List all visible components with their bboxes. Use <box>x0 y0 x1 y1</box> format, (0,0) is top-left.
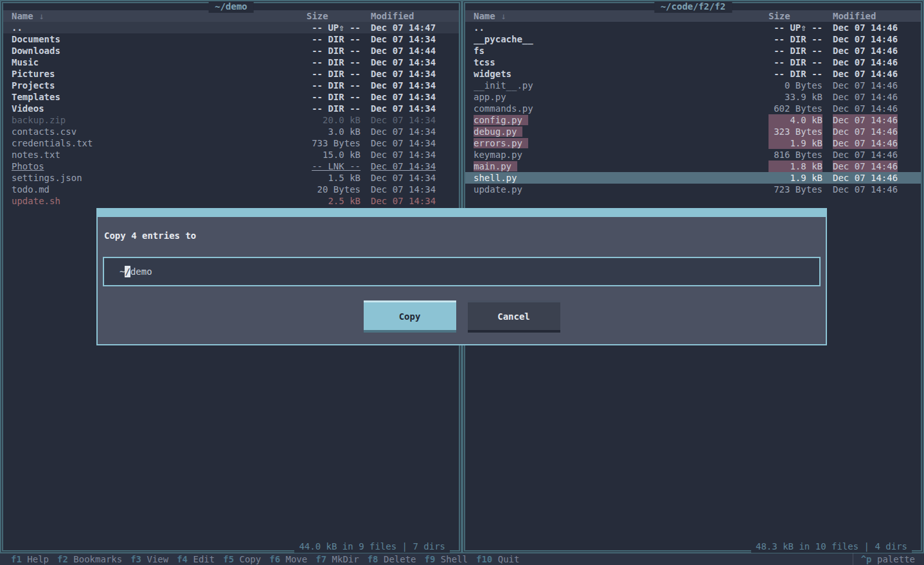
file-size: -- DIR -- <box>307 45 360 56</box>
file-name: Projects <box>12 80 307 91</box>
fkey-f9-shell[interactable]: f9 Shell <box>425 553 468 565</box>
file-name: settings.json <box>12 172 307 184</box>
file-name: config.py <box>474 114 769 126</box>
file-row[interactable]: Templates-- DIR --Dec 07 14:34 <box>3 91 459 103</box>
file-modified: Dec 07 14:46 <box>833 80 900 91</box>
file-row[interactable]: config.py4.0 kBDec 07 14:46 <box>465 114 921 126</box>
file-modified: Dec 07 14:46 <box>833 114 900 126</box>
palette-label <box>872 553 877 565</box>
file-row[interactable]: Projects-- DIR --Dec 07 14:34 <box>3 80 459 91</box>
fkey-f4-edit[interactable]: f4 Edit <box>177 553 215 565</box>
column-header-size[interactable]: Size <box>307 10 360 22</box>
file-row[interactable]: ..-- UP⇧ --Dec 07 14:46 <box>465 22 921 33</box>
fkey-key: f6 <box>269 554 280 564</box>
file-size: -- DIR -- <box>769 68 822 80</box>
file-row[interactable]: Photos-- LNK --Dec 07 14:34 <box>3 161 459 172</box>
file-row[interactable]: contacts.csv3.0 kBDec 07 14:34 <box>3 126 459 137</box>
file-row[interactable]: keymap.py816 BytesDec 07 14:46 <box>465 149 921 161</box>
destination-path-input[interactable]: ~/demo <box>103 257 821 286</box>
file-size: 733 Bytes <box>307 137 360 149</box>
file-name: Documents <box>12 33 307 45</box>
file-row[interactable]: Pictures-- DIR --Dec 07 14:34 <box>3 68 459 80</box>
file-row[interactable]: Music-- DIR --Dec 07 14:34 <box>3 56 459 68</box>
file-name: commands.py <box>474 103 769 114</box>
file-row[interactable]: widgets-- DIR --Dec 07 14:46 <box>465 68 921 80</box>
file-modified: Dec 07 14:34 <box>371 195 438 207</box>
fkey-label: Edit <box>188 554 215 564</box>
right-pane-file-list: ..-- UP⇧ --Dec 07 14:46__pycache__-- DIR… <box>465 22 921 195</box>
copy-button[interactable]: Copy <box>364 300 456 333</box>
file-size: 602 Bytes <box>769 103 822 114</box>
file-row[interactable]: tcss-- DIR --Dec 07 14:46 <box>465 56 921 68</box>
file-row[interactable]: shell.py1.9 kBDec 07 14:46 <box>465 172 921 184</box>
column-header-size[interactable]: Size <box>769 10 822 22</box>
file-row[interactable]: ..-- UP⇧ --Dec 07 14:47 <box>3 22 459 33</box>
file-size: 20 Bytes <box>307 184 360 195</box>
file-row[interactable]: credentials.txt733 BytesDec 07 14:34 <box>3 137 459 149</box>
file-row[interactable]: backup.zip20.0 kBDec 07 14:34 <box>3 114 459 126</box>
file-name: widgets <box>474 68 769 80</box>
left-pane-path: ~/demo <box>208 1 254 13</box>
file-row[interactable]: settings.json1.5 kBDec 07 14:34 <box>3 172 459 184</box>
file-name: .. <box>12 22 307 33</box>
file-size: -- UP⇧ -- <box>769 22 822 33</box>
file-name: backup.zip <box>12 114 307 126</box>
sort-arrow-icon: ↓ <box>39 11 44 21</box>
function-key-bar: f1 Helpf2 Bookmarksf3 Viewf4 Editf5 Copy… <box>0 553 924 565</box>
fkey-key: f9 <box>425 554 436 564</box>
file-modified: Dec 07 14:34 <box>371 172 438 184</box>
fkey-key: f10 <box>476 554 492 564</box>
file-row[interactable]: fs-- DIR --Dec 07 14:46 <box>465 45 921 56</box>
file-name: Templates <box>12 91 307 103</box>
fkey-f10-quit[interactable]: f10 Quit <box>476 553 519 565</box>
file-modified: Dec 07 14:46 <box>833 149 900 161</box>
file-row[interactable]: Downloads-- DIR --Dec 07 14:44 <box>3 45 459 56</box>
file-name: update.py <box>474 184 769 195</box>
column-header-modified[interactable]: Modified <box>371 10 438 22</box>
file-row[interactable]: main.py1.8 kBDec 07 14:46 <box>465 161 921 172</box>
file-name: Pictures <box>12 68 307 80</box>
file-row[interactable]: notes.txt15.0 kBDec 07 14:34 <box>3 149 459 161</box>
command-palette-shortcut[interactable]: ^p palette <box>853 553 924 565</box>
dialog-button-row: Copy Cancel <box>98 300 826 333</box>
file-row[interactable]: debug.py323 BytesDec 07 14:46 <box>465 126 921 137</box>
fkey-f7-mkdir[interactable]: f7 MkDir <box>315 553 359 565</box>
palette-key: ^p <box>861 553 872 565</box>
file-row[interactable]: __pycache__-- DIR --Dec 07 14:46 <box>465 33 921 45</box>
file-row[interactable]: Videos-- DIR --Dec 07 14:34 <box>3 103 459 114</box>
file-row[interactable]: todo.md20 BytesDec 07 14:34 <box>3 184 459 195</box>
copy-dialog: Copy 4 entries to ~/demo Copy Cancel <box>96 208 827 345</box>
file-row[interactable]: errors.py1.9 kBDec 07 14:46 <box>465 137 921 149</box>
file-row[interactable]: __init__.py0 BytesDec 07 14:46 <box>465 80 921 91</box>
file-row[interactable]: app.py33.9 kBDec 07 14:46 <box>465 91 921 103</box>
file-row[interactable]: commands.py602 BytesDec 07 14:46 <box>465 103 921 114</box>
column-header-name[interactable]: Name ↓ <box>12 10 307 22</box>
file-name: fs <box>474 45 769 56</box>
fkey-key: f4 <box>177 554 188 564</box>
file-modified: Dec 07 14:34 <box>371 114 438 126</box>
fkey-f5-copy[interactable]: f5 Copy <box>223 553 261 565</box>
file-modified: Dec 07 14:47 <box>371 22 438 33</box>
fkey-f6-move[interactable]: f6 Move <box>269 553 307 565</box>
file-modified: Dec 07 14:34 <box>371 161 438 172</box>
sort-arrow-icon: ↓ <box>501 11 506 21</box>
fkey-f1-help[interactable]: f1 Help <box>11 553 49 565</box>
file-row[interactable]: update.py723 BytesDec 07 14:46 <box>465 184 921 195</box>
file-name: notes.txt <box>12 149 307 161</box>
fkey-f2-bookmarks[interactable]: f2 Bookmarks <box>57 553 122 565</box>
file-modified: Dec 07 14:34 <box>371 91 438 103</box>
fkey-label: View <box>141 554 168 564</box>
file-modified: Dec 07 14:34 <box>371 56 438 68</box>
file-name: main.py <box>474 161 769 172</box>
file-name: todo.md <box>12 184 307 195</box>
fkey-f8-delete[interactable]: f8 Delete <box>368 553 416 565</box>
file-row[interactable]: Documents-- DIR --Dec 07 14:34 <box>3 33 459 45</box>
input-text-before-cursor: ~ <box>120 266 125 277</box>
file-row[interactable]: update.sh2.5 kBDec 07 14:34 <box>3 195 459 207</box>
fkey-key: f2 <box>57 554 68 564</box>
cancel-button[interactable]: Cancel <box>468 300 560 333</box>
input-text-after-cursor: demo <box>130 266 152 277</box>
column-header-modified[interactable]: Modified <box>833 10 900 22</box>
file-size: -- DIR -- <box>307 91 360 103</box>
fkey-f3-view[interactable]: f3 View <box>130 553 168 565</box>
